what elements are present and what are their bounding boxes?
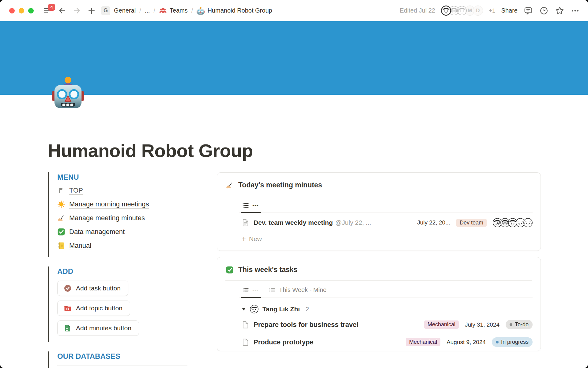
back-icon[interactable] — [57, 6, 67, 16]
task-check-icon — [64, 284, 72, 292]
tab-default-view[interactable]: --- — [242, 201, 258, 213]
zoom-window-button[interactable] — [28, 8, 34, 13]
breadcrumb-general[interactable]: General — [114, 7, 136, 14]
task-status-pill: To-do — [506, 320, 533, 329]
notion-window: 4 G General / ... / Teams / — [0, 0, 588, 368]
minutes-row-date: July 22, 20... — [417, 219, 450, 226]
minutes-card: Today's meeting minutes --- Dev. team we… — [217, 172, 541, 251]
file-plus-icon — [64, 324, 72, 332]
share-button[interactable]: Share — [501, 7, 518, 14]
page-cover[interactable] — [0, 21, 588, 95]
left-column: MENU TOP Manage morning meetings — [48, 172, 192, 368]
minutes-card-title: Today's meeting minutes — [238, 181, 322, 189]
task-row[interactable]: Produce prototype Mechanical August 9, 2… — [217, 333, 541, 351]
page-icon — [242, 218, 250, 227]
minutes-row-team-tag: Dev team — [456, 219, 487, 227]
menu-item-manual[interactable]: Manual — [57, 242, 192, 250]
menu-section: MENU TOP Manage morning meetings — [48, 172, 192, 257]
check-mark-icon — [57, 228, 65, 236]
avatar-letter-d: D — [473, 6, 483, 16]
avatar-overflow-count[interactable]: +1 — [489, 7, 496, 14]
tab-default-view[interactable]: --- — [242, 286, 258, 297]
new-minutes-button[interactable]: + New — [217, 229, 541, 251]
new-tab-icon[interactable] — [86, 6, 97, 16]
minutes-row-avatars — [493, 218, 533, 227]
tasks-card-tabs: --- This Week - Mine — [217, 281, 541, 297]
breadcrumb-separator: / — [191, 7, 193, 14]
minimize-window-button[interactable] — [19, 8, 24, 13]
favorite-star-icon[interactable] — [555, 6, 564, 16]
add-task-button[interactable]: Add task button — [57, 281, 128, 296]
breadcrumb-separator: / — [139, 7, 141, 14]
workspace-chip[interactable]: G — [101, 6, 110, 15]
last-edited-label: Edited Jul 22 — [400, 7, 435, 14]
breadcrumb: General / ... / Teams / Humanoid Robot G… — [114, 7, 272, 15]
topbar-right: Edited Jul 22 M D +1 Share — [400, 6, 580, 16]
tasks-card: This week's tasks --- This Week - Mine — [217, 257, 541, 351]
notification-badge: 4 — [48, 4, 55, 11]
breadcrumb-current-page[interactable]: Humanoid Robot Group — [197, 7, 272, 15]
group-name[interactable]: Tang Lik Zhi — [262, 305, 300, 313]
add-topic-button[interactable]: Add topic button — [57, 301, 130, 316]
page-title[interactable]: Humanoid Robot Group — [48, 140, 541, 161]
menu-item-top[interactable]: TOP — [57, 186, 192, 194]
plus-icon: + — [242, 236, 246, 242]
status-dot — [510, 323, 512, 326]
forward-icon[interactable] — [72, 6, 82, 16]
page-robot-icon[interactable] — [51, 76, 85, 109]
breadcrumb-separator: / — [153, 7, 155, 14]
avatar — [457, 6, 467, 16]
task-status-pill: In progress — [492, 337, 533, 347]
task-title: Prepare tools for business travel — [254, 321, 358, 329]
databases-section: OUR DATABASES Minutes DB — [48, 351, 192, 368]
breadcrumb-teams[interactable]: Teams — [159, 7, 188, 15]
teams-people-icon — [159, 7, 167, 15]
minutes-card-tabs: --- — [217, 196, 541, 213]
writing-hand-icon — [57, 214, 65, 222]
menu-item-data-management[interactable]: Data management — [57, 228, 192, 236]
task-date: July 31, 2024 — [465, 321, 499, 328]
page-icon — [242, 320, 250, 329]
more-options-icon[interactable] — [570, 6, 580, 16]
sun-icon — [57, 200, 65, 208]
menu-heading: MENU — [57, 173, 192, 182]
tab-this-week-mine[interactable]: This Week - Mine — [269, 286, 326, 297]
databases-heading: OUR DATABASES — [57, 352, 192, 361]
breadcrumb-teams-label: Teams — [170, 7, 188, 14]
collapse-triangle-icon[interactable] — [242, 307, 246, 311]
task-category-tag: Mechanical — [424, 320, 459, 329]
group-avatar — [250, 305, 258, 313]
page-icon — [242, 338, 250, 347]
folder-plus-icon — [64, 304, 72, 312]
ledger-icon — [57, 242, 65, 250]
task-date: August 9, 2024 — [447, 339, 486, 346]
avatar — [441, 6, 451, 16]
writing-hand-icon — [226, 181, 234, 189]
minutes-row-title: Dev. team weekly meeting — [254, 219, 333, 226]
viewer-avatar-stack[interactable]: M D — [441, 6, 483, 16]
status-dot — [496, 341, 499, 343]
comments-icon[interactable] — [523, 6, 533, 16]
right-column: Today's meeting minutes --- Dev. team we… — [217, 172, 541, 368]
check-mark-icon — [226, 266, 234, 274]
minutes-card-header: Today's meeting minutes — [217, 173, 541, 196]
robot-icon — [197, 7, 205, 15]
breadcrumb-ellipsis-button[interactable]: ... — [145, 7, 150, 14]
sidebar-toggle-icon[interactable]: 4 — [42, 6, 53, 16]
minutes-row[interactable]: Dev. team weekly meeting @July 22, ... J… — [217, 213, 541, 229]
add-heading: ADD — [57, 267, 192, 276]
task-title: Produce prototype — [254, 338, 314, 346]
task-category-tag: Mechanical — [406, 338, 440, 346]
avatar — [523, 218, 533, 227]
menu-item-morning-meetings[interactable]: Manage morning meetings — [57, 200, 192, 208]
minutes-row-mention: @July 22, ... — [335, 219, 371, 226]
topbar: 4 G General / ... / Teams / — [0, 0, 588, 21]
close-window-button[interactable] — [9, 8, 15, 13]
group-header-row: Tang Lik Zhi 2 — [217, 297, 541, 316]
divider — [57, 366, 187, 366]
updates-clock-icon[interactable] — [539, 6, 549, 16]
task-row[interactable]: Prepare tools for business travel Mechan… — [217, 316, 541, 333]
menu-item-meeting-minutes[interactable]: Manage meeting minutes — [57, 214, 192, 222]
tasks-card-title: This week's tasks — [238, 266, 297, 274]
add-minutes-button[interactable]: Add minutes button — [57, 320, 139, 336]
